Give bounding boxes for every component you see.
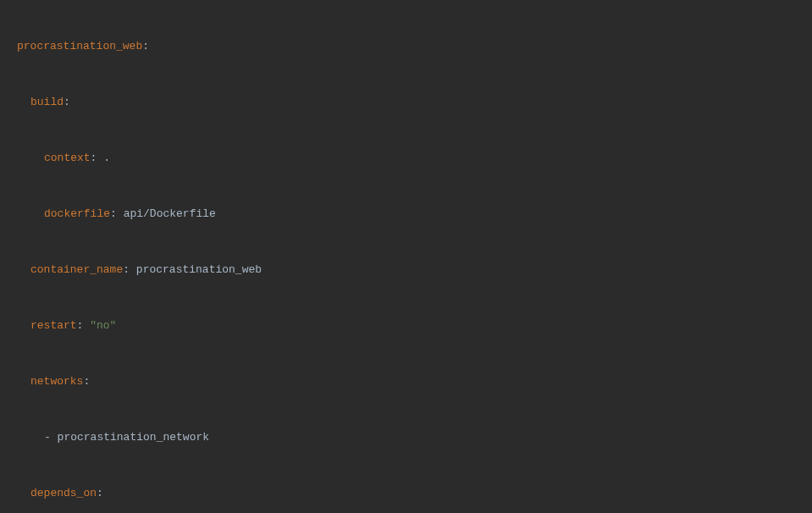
dockerfile-line: dockerfile: api/Dockerfile <box>17 205 812 223</box>
dockerfile-key: dockerfile <box>44 207 110 220</box>
restart-val: "no" <box>90 319 116 332</box>
context-val: . <box>103 152 110 164</box>
build-key: build <box>30 96 64 108</box>
context-line: context: . <box>17 149 812 168</box>
dockerfile-val: api/Dockerfile <box>124 207 216 220</box>
container-name-val: procrastination_web <box>136 263 262 276</box>
yaml-editor[interactable]: procrastination_web: build: context: . d… <box>0 0 812 513</box>
container-name-line: container_name: procrastination_web <box>17 261 812 279</box>
network-val: procrastination_network <box>58 431 209 444</box>
list-item: - procrastination_network <box>17 428 812 447</box>
depends-on-key: depends_on <box>30 487 97 499</box>
networks-line: networks: <box>17 372 812 391</box>
depends-on-line: depends_on: <box>17 484 812 503</box>
restart-line: restart: "no" <box>17 317 812 335</box>
restart-key: restart <box>30 319 77 332</box>
service-key: procrastination_web <box>17 40 142 52</box>
networks-key: networks <box>30 375 83 388</box>
container-name-key: container_name <box>30 263 123 276</box>
build-line: build: <box>17 93 812 112</box>
context-key: context <box>44 152 91 164</box>
service-line: procrastination_web: <box>17 37 812 56</box>
